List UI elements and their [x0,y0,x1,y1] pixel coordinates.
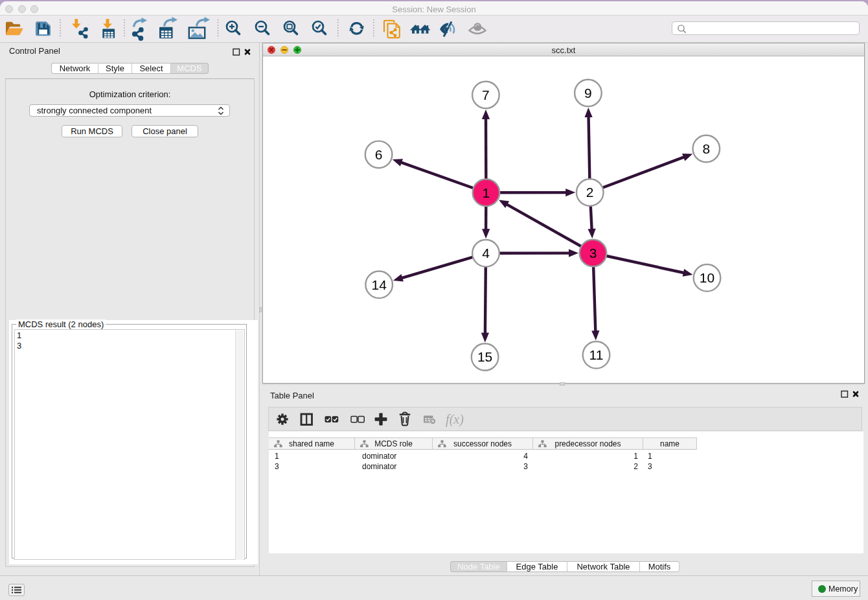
svg-text:f(x): f(x) [446,412,464,427]
svg-text:1: 1 [483,185,490,200]
svg-text:10: 10 [700,270,714,285]
svg-text:11: 11 [589,347,604,362]
svg-text:14: 14 [372,277,387,292]
svg-text:6: 6 [375,147,383,162]
svg-text:7: 7 [482,87,490,102]
svg-text:4: 4 [482,246,490,260]
svg-text:9: 9 [584,86,592,100]
svg-text:8: 8 [702,141,710,156]
svg-text:15: 15 [477,349,492,364]
svg-text:2: 2 [586,185,594,200]
svg-text:3: 3 [589,246,597,260]
